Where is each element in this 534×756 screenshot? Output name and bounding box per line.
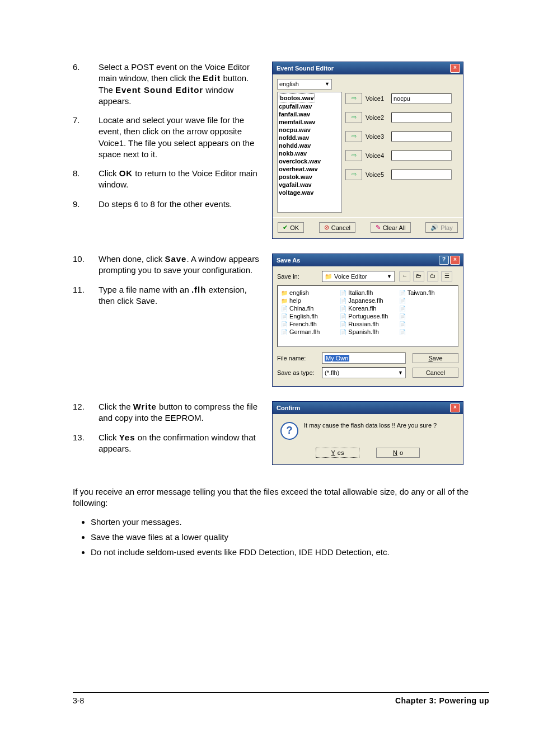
step-10: 10. When done, click Save. A window appe…	[73, 253, 263, 276]
no-button[interactable]: No	[376, 448, 420, 458]
up-folder-icon[interactable]: 🗁	[413, 271, 424, 281]
filetype-label: Save as type:	[277, 369, 318, 376]
list-item[interactable]: China.flh	[281, 305, 336, 312]
voice-value	[391, 132, 452, 142]
chevron-down-icon: ▼	[398, 368, 403, 378]
step-num: 7.	[73, 115, 88, 160]
assign-arrow-icon[interactable]: ⇨	[345, 93, 362, 104]
step-num: 12.	[73, 401, 88, 424]
voice-label: Voice5	[366, 171, 388, 178]
filename-input[interactable]: My Own	[322, 353, 406, 364]
list-item: Shorten your messages.	[91, 516, 489, 528]
step-text: Click OK to return to the Voice Editor m…	[99, 168, 263, 191]
save-button[interactable]: Save	[413, 353, 458, 363]
assign-arrow-icon[interactable]: ⇨	[345, 169, 362, 180]
check-icon: ✔	[283, 224, 288, 231]
list-item[interactable]: Italian.flh	[340, 289, 395, 296]
list-item[interactable]: help	[281, 297, 336, 304]
step-11: 11. Type a file name with an .flh extens…	[73, 284, 263, 307]
step-text: Click the Write button to compress the f…	[99, 401, 263, 424]
step-6: 6. Select a POST event on the Voice Edit…	[73, 62, 263, 107]
voice-row-5: ⇨ Voice5	[345, 169, 458, 180]
list-item: Do not include seldom-used events like F…	[91, 546, 489, 558]
new-folder-icon[interactable]: 🗀	[427, 271, 438, 281]
filetype-select[interactable]: (*.flh) ▼	[322, 367, 406, 378]
list-item[interactable]: english	[281, 289, 336, 296]
voice-row-3: ⇨ Voice3	[345, 131, 458, 142]
step-num: 13.	[73, 432, 88, 455]
step-text: Locate and select your wave file for the…	[99, 115, 263, 160]
event-sound-editor-window: Event Sound Editor × english▼ bootos.wav…	[272, 62, 463, 239]
confirm-window: Confirm × ? It may cause the flash data …	[272, 401, 463, 465]
close-icon[interactable]: ×	[450, 256, 460, 265]
assign-arrow-icon[interactable]: ⇨	[345, 150, 362, 161]
list-item[interactable]: German.flh	[281, 328, 336, 335]
cancel-button[interactable]: Cancel	[413, 368, 458, 378]
step-num: 8.	[73, 168, 88, 191]
step-8: 8. Click OK to return to the Voice Edito…	[73, 168, 263, 191]
step-13: 13. Click Yes on the confirmation window…	[73, 432, 263, 455]
list-item[interactable]: Russian.flh	[340, 321, 395, 327]
eraser-icon: ✎	[376, 224, 381, 231]
step-text: Type a file name with an .flh extension,…	[99, 284, 263, 307]
suggestion-list: Shorten your messages. Save the wave fil…	[73, 516, 489, 558]
back-icon[interactable]: ←	[399, 271, 410, 281]
views-icon[interactable]: ☰	[441, 271, 452, 281]
step-num: 11.	[73, 284, 88, 307]
window-title: Save As	[275, 257, 300, 264]
speaker-icon: 🔊	[430, 224, 438, 231]
assign-arrow-icon[interactable]: ⇨	[345, 131, 362, 142]
window-titlebar: Save As ? ×	[273, 254, 463, 266]
chevron-down-icon: ▼	[325, 79, 330, 89]
save-in-label: Save in:	[277, 273, 318, 280]
voice-label: Voice3	[366, 133, 388, 140]
window-titlebar: Confirm ×	[273, 402, 463, 414]
filename-label: File name:	[277, 355, 318, 361]
list-item[interactable]: Portuguese.flh	[340, 313, 395, 320]
voice-row-4: ⇨ Voice4	[345, 150, 458, 161]
question-icon: ?	[280, 422, 298, 440]
save-as-window: Save As ? × Save in: 📁 Voice Editor ▼	[272, 253, 463, 387]
page-number: 3-8	[73, 696, 84, 705]
page-footer: 3-8 Chapter 3: Powering up	[73, 692, 489, 705]
voice-row-2: ⇨ Voice2	[345, 112, 458, 123]
save-in-select[interactable]: 📁 Voice Editor ▼	[322, 271, 395, 282]
play-button[interactable]: 🔊Play	[425, 222, 457, 233]
step-text: Do steps 6 to 8 for the other events.	[99, 199, 232, 210]
step-num: 10.	[73, 253, 88, 276]
yes-button[interactable]: Yes	[316, 448, 359, 458]
step-text: When done, click Save. A window appears …	[99, 253, 263, 276]
voice-label: Voice1	[366, 95, 388, 102]
step-num: 9.	[73, 199, 88, 210]
window-titlebar: Event Sound Editor ×	[273, 62, 463, 74]
list-item[interactable]: Taiwan.flh	[399, 289, 455, 296]
list-item[interactable]: French.flh	[281, 321, 336, 327]
list-item[interactable]: English.flh	[281, 313, 336, 320]
voice-label: Voice4	[366, 152, 388, 159]
wav-file-list[interactable]: bootos.wav cpufail.wav fanfail.wav memfa…	[277, 92, 342, 213]
cancel-button[interactable]: ⊘Cancel	[319, 222, 355, 233]
close-icon[interactable]: ×	[450, 64, 460, 73]
voice-value	[391, 151, 452, 161]
ok-button[interactable]: ✔OK	[278, 222, 304, 233]
step-text: Select a POST event on the Voice Editor …	[99, 62, 263, 107]
step-text: Click Yes on the confirmation window tha…	[99, 432, 263, 455]
voice-value	[391, 112, 452, 123]
step-num: 6.	[73, 62, 88, 107]
list-item[interactable]: Japanese.flh	[340, 297, 395, 304]
language-select[interactable]: english▼	[277, 79, 332, 90]
cancel-icon: ⊘	[324, 224, 329, 231]
help-icon[interactable]: ?	[439, 256, 449, 265]
assign-arrow-icon[interactable]: ⇨	[345, 112, 362, 123]
chevron-down-icon: ▼	[387, 271, 392, 281]
window-title: Confirm	[275, 405, 300, 411]
voice-row-1: ⇨ Voice1 nocpu	[345, 93, 458, 104]
list-item[interactable]: Korean.flh	[340, 305, 395, 312]
step-12: 12. Click the Write button to compress t…	[73, 401, 263, 424]
file-browser[interactable]: english Italian.flh Taiwan.flh help Japa…	[277, 285, 458, 347]
clear-all-button[interactable]: ✎Clear All	[371, 222, 411, 233]
list-item: Save the wave files at a lower quality	[91, 531, 489, 543]
close-icon[interactable]: ×	[450, 403, 460, 412]
list-item[interactable]: Spanish.flh	[340, 328, 395, 335]
voice-value	[391, 170, 452, 180]
